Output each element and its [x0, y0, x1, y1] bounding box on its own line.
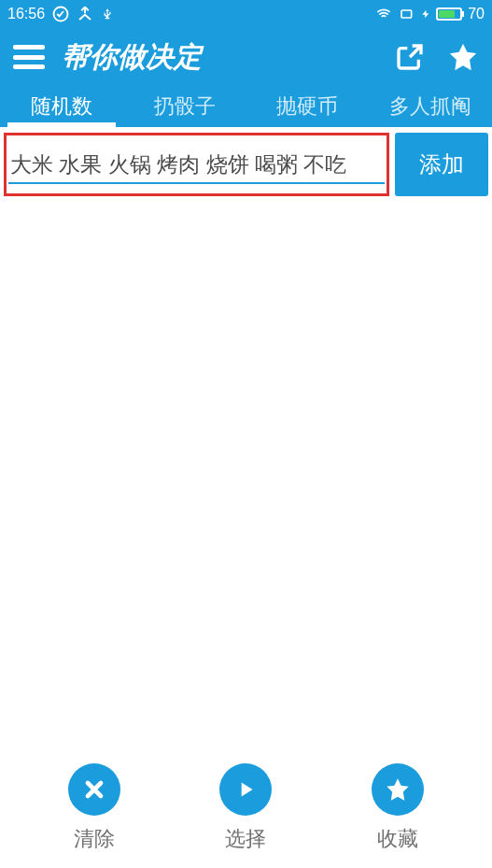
app-header: 帮你做决定 [0, 28, 492, 86]
status-left: 16:56 [7, 6, 114, 22]
tab-label: 多人抓阄 [389, 92, 471, 121]
action-label: 选择 [225, 825, 266, 853]
check-icon [52, 6, 69, 22]
action-label: 收藏 [377, 825, 418, 853]
input-wrap [4, 133, 389, 196]
share-icon [77, 6, 93, 22]
favorite-button[interactable]: 收藏 [372, 763, 424, 853]
options-input[interactable] [7, 135, 387, 193]
tabs: 随机数 扔骰子 抛硬币 多人抓阄 [0, 86, 492, 127]
app-title: 帮你做决定 [62, 38, 202, 77]
wifi-icon [374, 7, 393, 21]
svg-rect-1 [401, 10, 412, 18]
star-icon[interactable] [447, 41, 479, 73]
tab-coin[interactable]: 抛硬币 [246, 86, 370, 127]
status-time: 16:56 [7, 6, 45, 22]
battery-level: 70 [468, 6, 485, 22]
status-bar: 16:56 70 [0, 0, 492, 28]
choose-button[interactable]: 选择 [219, 763, 272, 853]
charging-icon [421, 7, 430, 21]
add-button[interactable]: 添加 [395, 133, 488, 196]
close-icon [81, 776, 107, 803]
usb-icon [101, 6, 114, 22]
battery-saver-icon [399, 7, 415, 21]
menu-button[interactable] [13, 45, 45, 69]
bottom-actions: 清除 选择 收藏 [0, 763, 492, 853]
tab-dice[interactable]: 扔骰子 [123, 86, 246, 127]
star-fill-icon [385, 776, 411, 803]
input-row: 添加 [0, 127, 492, 202]
export-icon[interactable] [395, 42, 425, 72]
tab-label: 抛硬币 [276, 92, 338, 121]
clear-button[interactable]: 清除 [68, 763, 120, 853]
tab-label: 扔骰子 [154, 92, 216, 121]
status-right: 70 [374, 6, 485, 22]
battery-icon [436, 7, 462, 21]
play-icon [233, 777, 258, 802]
tab-label: 随机数 [31, 92, 92, 121]
tab-lots[interactable]: 多人抓阄 [369, 86, 492, 127]
action-label: 清除 [74, 825, 115, 853]
tab-random-number[interactable]: 随机数 [0, 86, 123, 127]
